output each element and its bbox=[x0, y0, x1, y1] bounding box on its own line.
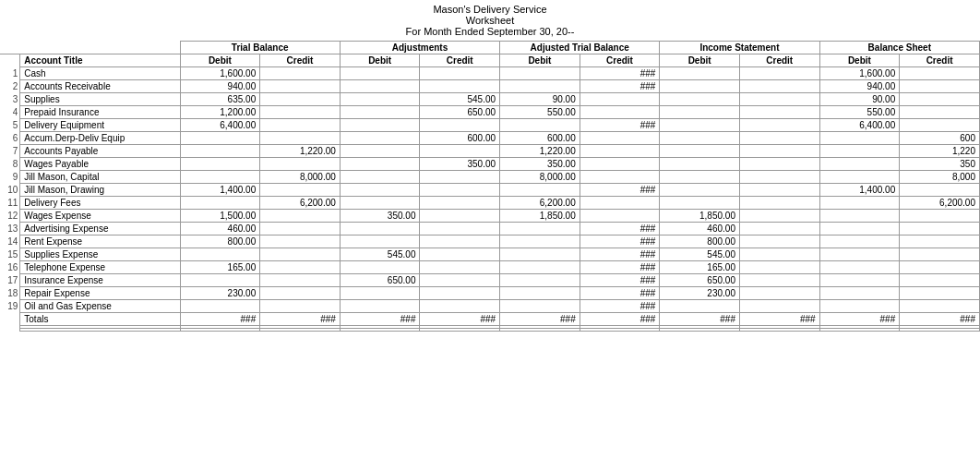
totals-bs-c: ### bbox=[900, 313, 980, 326]
tb-debit bbox=[180, 171, 260, 184]
bs-debit: 1,400.00 bbox=[819, 184, 900, 197]
atb-debit bbox=[500, 261, 580, 274]
adj-credit bbox=[420, 119, 500, 132]
atb-debit bbox=[500, 248, 580, 261]
adj-debit: 650.00 bbox=[340, 274, 420, 287]
table-row: 15Supplies Expense545.00###545.00 bbox=[0, 248, 980, 261]
adj-debit bbox=[340, 93, 420, 106]
adj-credit bbox=[420, 197, 500, 210]
table-row: 5Delivery Equipment6,400.00###6,400.00 bbox=[0, 119, 980, 132]
is-credit bbox=[739, 261, 819, 274]
account-name: Advertising Expense bbox=[20, 223, 180, 236]
adj-debit bbox=[340, 158, 420, 171]
totals-bs-d: ### bbox=[819, 313, 900, 326]
row-number: 16 bbox=[0, 261, 20, 274]
bs-credit bbox=[900, 236, 980, 248]
adj-credit: 350.00 bbox=[420, 158, 500, 171]
tb-debit: 800.00 bbox=[180, 236, 260, 248]
atb-credit bbox=[580, 197, 660, 210]
atb-debit bbox=[500, 80, 580, 93]
tb-debit bbox=[180, 248, 260, 261]
adj-debit: 350.00 bbox=[340, 210, 420, 223]
account-name: Oil and Gas Expense bbox=[20, 300, 180, 313]
adj-debit bbox=[340, 67, 420, 80]
tb-debit bbox=[180, 145, 260, 158]
is-credit bbox=[739, 93, 819, 106]
adj-credit: 650.00 bbox=[420, 106, 500, 119]
account-name: Accum.Derp-Deliv Equip bbox=[20, 132, 180, 145]
bs-debit: 940.00 bbox=[819, 80, 900, 93]
is-debit bbox=[660, 300, 740, 313]
bs-credit bbox=[900, 210, 980, 223]
tb-debit: 230.00 bbox=[180, 287, 260, 300]
bs-debit: 6,400.00 bbox=[819, 119, 900, 132]
bs-debit: 1,600.00 bbox=[819, 67, 900, 80]
adj-debit bbox=[340, 223, 420, 236]
adj-debit bbox=[340, 119, 420, 132]
account-name: Delivery Equipment bbox=[20, 119, 180, 132]
bs-credit: 6,200.00 bbox=[900, 197, 980, 210]
row-number: 19 bbox=[0, 300, 20, 313]
table-row: 17Insurance Expense650.00###650.00 bbox=[0, 274, 980, 287]
atb-credit bbox=[580, 210, 660, 223]
adj-credit bbox=[420, 223, 500, 236]
tb-credit bbox=[260, 158, 341, 171]
bs-debit bbox=[819, 223, 900, 236]
adj-credit bbox=[420, 210, 500, 223]
tb-credit bbox=[260, 300, 341, 313]
bs-credit bbox=[900, 93, 980, 106]
bs-debit bbox=[819, 274, 900, 287]
atb-debit bbox=[500, 274, 580, 287]
is-credit bbox=[739, 80, 819, 93]
is-debit-header: Debit bbox=[660, 54, 740, 67]
is-debit bbox=[660, 106, 740, 119]
atb-debit: 600.00 bbox=[500, 132, 580, 145]
account-name: Delivery Fees bbox=[20, 197, 180, 210]
atb-credit: ### bbox=[580, 287, 660, 300]
atb-debit: 1,220.00 bbox=[500, 145, 580, 158]
account-name: Wages Payable bbox=[20, 158, 180, 171]
is-credit bbox=[739, 223, 819, 236]
table-body: 1Cash1,600.00###1,600.002Accounts Receiv… bbox=[0, 67, 980, 313]
adj-credit bbox=[420, 287, 500, 300]
atb-debit: 8,000.00 bbox=[500, 171, 580, 184]
row-number: 5 bbox=[0, 119, 20, 132]
tb-credit bbox=[260, 67, 341, 80]
adj-credit: 600.00 bbox=[420, 132, 500, 145]
worksheet-table: Trial Balance Adjustments Adjusted Trial… bbox=[0, 41, 980, 332]
is-credit bbox=[739, 171, 819, 184]
tb-debit bbox=[180, 158, 260, 171]
adj-debit bbox=[340, 236, 420, 248]
adj-debit-header: Debit bbox=[340, 54, 420, 67]
is-debit bbox=[660, 197, 740, 210]
tb-debit: 635.00 bbox=[180, 93, 260, 106]
table-row: 7Accounts Payable1,220.001,220.001,220 bbox=[0, 145, 980, 158]
table-footer: Totals ### ### ### ### ### ### ### ### #… bbox=[0, 313, 980, 332]
atb-credit: ### bbox=[580, 236, 660, 248]
row-number: 6 bbox=[0, 132, 20, 145]
bs-debit bbox=[819, 171, 900, 184]
company-name: Mason's Delivery Service bbox=[0, 4, 980, 15]
is-debit: 230.00 bbox=[660, 287, 740, 300]
balance-sheet-header: Balance Sheet bbox=[819, 42, 979, 54]
bs-credit bbox=[900, 300, 980, 313]
tb-debit bbox=[180, 300, 260, 313]
tb-credit bbox=[260, 80, 341, 93]
row-number: 9 bbox=[0, 171, 20, 184]
bs-credit-header: Credit bbox=[900, 54, 980, 67]
is-credit bbox=[739, 197, 819, 210]
is-credit bbox=[739, 287, 819, 300]
tb-credit bbox=[260, 248, 341, 261]
is-debit bbox=[660, 158, 740, 171]
atb-credit: ### bbox=[580, 300, 660, 313]
row-number: 2 bbox=[0, 80, 20, 93]
account-name: Accounts Receivable bbox=[20, 80, 180, 93]
bs-credit bbox=[900, 184, 980, 197]
table-row: 12Wages Expense1,500.00350.001,850.001,8… bbox=[0, 210, 980, 223]
adj-debit bbox=[340, 184, 420, 197]
adj-credit bbox=[420, 274, 500, 287]
is-credit bbox=[739, 158, 819, 171]
tb-credit bbox=[260, 236, 341, 248]
atb-debit: 1,850.00 bbox=[500, 210, 580, 223]
account-name: Prepaid Insurance bbox=[20, 106, 180, 119]
